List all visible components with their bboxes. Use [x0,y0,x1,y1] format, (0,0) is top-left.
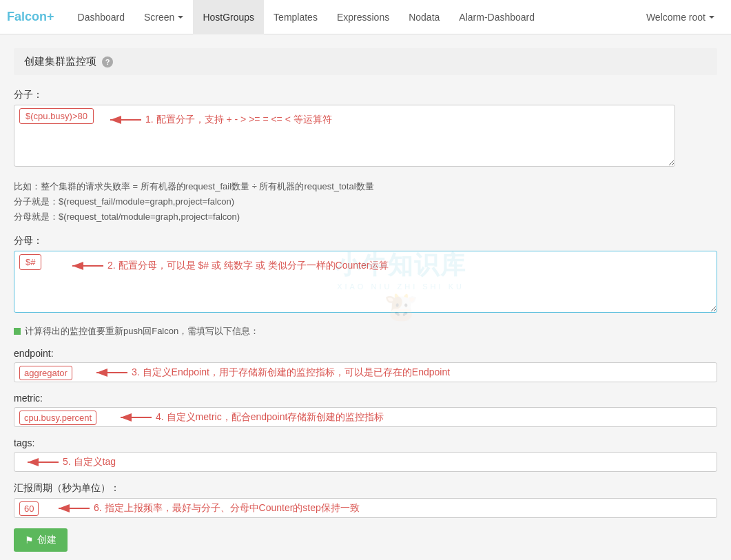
brand-logo[interactable]: Falcon+ [7,10,54,24]
metric-input[interactable] [14,407,717,427]
nav-welcome[interactable]: Welcome root [637,0,724,34]
page-title: 创建集群监控项 [24,55,96,68]
save-icon: ⚑ [25,535,34,546]
denominator-label: 分母： [14,235,717,247]
screen-caret-icon [178,16,183,19]
help-icon[interactable]: ? [102,56,113,68]
green-square-icon [14,328,21,335]
create-button[interactable]: ⚑ 创建 [14,528,68,552]
period-input[interactable] [14,498,717,518]
nav-hostgroups[interactable]: HostGroups [193,0,264,34]
tags-label: tags: [14,437,717,448]
nav-nodata[interactable]: Nodata [399,0,449,34]
nav-right: Welcome root [637,0,724,34]
period-section: 汇报周期（秒为单位）： 60 6. 指定上报频率 [14,482,717,518]
period-label: 汇报周期（秒为单位）： [14,482,717,495]
endpoint-label: endpoint: [14,348,717,359]
endpoint-input[interactable] [14,362,717,382]
tags-section: tags: 5. 自定义tag [14,437,717,472]
create-section: ⚑ 创建 [14,528,717,552]
welcome-caret-icon [709,16,714,19]
numerator-info: 比如：整个集群的请求失败率 = 所有机器的request_fail数量 ÷ 所有… [14,179,717,225]
numerator-input[interactable]: <span data-bind="page.numerator_value"><… [14,105,675,167]
page-header: 创建集群监控项 ? [14,48,717,75]
metric-section: metric: cpu.busy.percent [14,393,717,427]
endpoint-section: endpoint: aggregator 3. [14,348,717,382]
info-bar: 计算得出的监控值要重新push回Falcon，需填写以下信息： [14,325,717,338]
denominator-section: 分母： $# 2. 配置分母，可以是 $# 或 纯数字 或 类似分子一样的Cou… [14,235,717,315]
numerator-label: 分子： [14,89,717,101]
nav-dashboard[interactable]: Dashboard [68,0,135,34]
nav-expressions[interactable]: Expressions [327,0,399,34]
nav-templates[interactable]: Templates [264,0,327,34]
nav-alarm-dashboard[interactable]: Alarm-Dashboard [449,0,544,34]
main-content: 创建集群监控项 ? 分子： <span data-bind="page.nume… [0,34,731,560]
numerator-section: 分子： <span data-bind="page.numerator_valu… [14,89,717,169]
denominator-input[interactable] [14,251,717,313]
nav-items: Dashboard Screen HostGroups Templates Ex… [68,0,724,34]
nav-screen[interactable]: Screen [134,0,193,34]
navbar: Falcon+ Dashboard Screen HostGroups Temp… [0,0,731,34]
tags-input[interactable] [14,452,717,472]
metric-label: metric: [14,393,717,404]
